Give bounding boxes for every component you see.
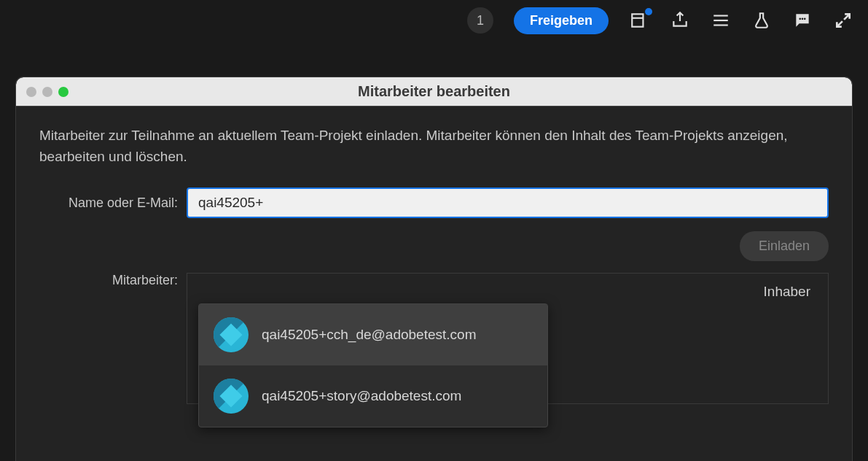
modal-title: Mitarbeiter bearbeiten	[16, 83, 852, 100]
svg-rect-0	[632, 14, 643, 26]
modal-titlebar: Mitarbeiter bearbeiten	[16, 77, 852, 106]
fullscreen-icon[interactable]	[833, 10, 853, 31]
app-top-toolbar: 1 Freigeben	[0, 0, 868, 41]
queue-icon[interactable]	[711, 10, 731, 31]
window-minimize-button[interactable]	[42, 87, 52, 97]
autocomplete-email: qai45205+cch_de@adobetest.com	[262, 327, 476, 343]
autocomplete-email: qai45205+story@adobetest.com	[262, 388, 461, 404]
avatar-icon	[214, 379, 249, 414]
invite-button[interactable]: Einladen	[740, 231, 829, 261]
modal-description: Mitarbeiter zur Teilnahme an aktuellem T…	[39, 125, 829, 167]
invite-row: Einladen	[39, 231, 829, 261]
svg-point-7	[804, 18, 806, 20]
share-button[interactable]: Freigeben	[514, 7, 609, 34]
email-autocomplete-dropdown: qai45205+cch_de@adobetest.com qai45205+s…	[198, 303, 548, 427]
window-zoom-button[interactable]	[58, 87, 69, 97]
autocomplete-item[interactable]: qai45205+cch_de@adobetest.com	[199, 304, 547, 365]
panel-icon[interactable]	[629, 10, 649, 31]
notification-count-badge[interactable]: 1	[467, 7, 493, 34]
svg-point-5	[799, 18, 801, 20]
chat-icon[interactable]	[792, 10, 813, 31]
collaborator-role: Inhaber	[764, 284, 810, 300]
edit-collaborators-modal: Mitarbeiter bearbeiten Mitarbeiter zur T…	[16, 77, 852, 461]
export-icon[interactable]	[670, 10, 690, 31]
notification-count-text: 1	[477, 13, 484, 28]
avatar-icon	[214, 317, 249, 352]
window-close-button[interactable]	[26, 87, 36, 97]
notification-dot-icon	[645, 8, 652, 15]
autocomplete-item[interactable]: qai45205+story@adobetest.com	[199, 365, 547, 427]
email-input[interactable]	[187, 187, 829, 218]
collaborators-label: Mitarbeiter:	[39, 273, 178, 288]
email-input-row: Name oder E-Mail:	[39, 187, 829, 218]
email-field-label: Name oder E-Mail:	[39, 195, 178, 211]
beaker-icon[interactable]	[751, 10, 772, 31]
window-controls	[26, 87, 69, 97]
svg-point-6	[802, 18, 804, 20]
